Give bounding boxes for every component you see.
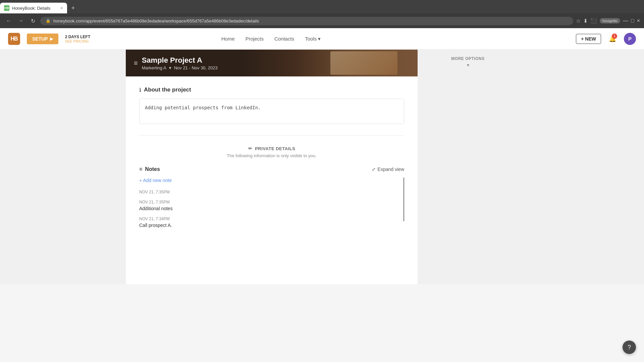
notes-header: ≡ Notes ⤢ Expand view: [139, 166, 404, 172]
note-content-2: Additional notes: [139, 206, 404, 211]
setup-button[interactable]: SETUP ▶: [27, 34, 58, 44]
window-maximize[interactable]: □: [631, 18, 634, 24]
notes-content-wrapper: + Add new note NOV 21, 7:35PM NOV 21, 7:…: [139, 178, 404, 228]
note-timestamp-1: NOV 21, 7:35PM: [139, 190, 404, 194]
main-content: ≡ Sample Project A Markerting A ▾ Nov 21…: [126, 50, 418, 284]
browser-tab-bar: HB HoneyBook: Details × +: [0, 0, 644, 13]
notification-badge: 1: [612, 34, 617, 39]
project-title: Sample Project A: [142, 56, 218, 65]
tab-favicon: HB: [4, 5, 9, 11]
project-info: Sample Project A Markerting A ▾ Nov 21 -…: [142, 56, 218, 70]
laptop-image: [330, 51, 397, 75]
bookmark-icon[interactable]: ☆: [576, 18, 581, 24]
more-options-button[interactable]: MORE OPTIONS ▾: [424, 56, 512, 68]
pencil-icon: ✏: [248, 146, 253, 151]
notifications-button[interactable]: 🔔 1: [606, 33, 619, 45]
project-header-banner: ≡ Sample Project A Markerting A ▾ Nov 21…: [126, 50, 418, 76]
notes-section: ≡ Notes ⤢ Expand view + Add new note NOV…: [139, 166, 404, 228]
project-meta: Markerting A ▾ Nov 21 - Nov 30, 2023: [142, 65, 218, 70]
refresh-button[interactable]: ↻: [28, 16, 38, 25]
info-icon: ℹ: [139, 87, 141, 93]
hamburger-menu-icon[interactable]: ≡: [134, 59, 138, 67]
timeline-line: [404, 178, 404, 221]
section-divider: [139, 135, 404, 136]
user-avatar[interactable]: P: [624, 33, 636, 45]
extensions-icon[interactable]: ⬛: [590, 18, 597, 24]
notes-label: Notes: [145, 166, 160, 172]
back-button[interactable]: ←: [4, 16, 13, 25]
page-wrapper: ≡ Sample Project A Markerting A ▾ Nov 21…: [0, 50, 644, 284]
help-button[interactable]: ?: [623, 341, 636, 354]
category-dropdown-icon[interactable]: ▾: [169, 65, 171, 70]
browser-controls: ← → ↻ 🔒 honeybook.com/app/event/655d767a…: [0, 13, 644, 28]
note-timestamp-2: NOV 21, 7:35PM: [139, 200, 404, 204]
nav-tools[interactable]: Tools ▾: [305, 36, 321, 42]
browser-actions: ☆ ⬇ ⬛ Incognito — □ ×: [576, 18, 640, 24]
notes-icon: ≡: [139, 166, 142, 172]
nav-contacts[interactable]: Contacts: [274, 36, 294, 42]
nav-right: + NEW 🔔 1 P: [576, 33, 636, 45]
note-item: NOV 21, 7:35PM Additional notes: [139, 200, 404, 211]
private-details-title: ✏ PRIVATE DETAILS: [139, 146, 404, 151]
tab-close-button[interactable]: ×: [60, 5, 63, 11]
active-tab[interactable]: HB HoneyBook: Details ×: [0, 3, 67, 13]
see-pricing-link[interactable]: SEE PRICING: [65, 39, 91, 43]
lock-icon: 🔒: [46, 18, 51, 23]
nav-projects[interactable]: Projects: [246, 36, 264, 42]
address-url: honeybook.com/app/event/655d767a5e486b08…: [53, 18, 259, 23]
note-timestamp-3: NOV 21, 7:34PM: [139, 217, 404, 221]
more-options-label: MORE OPTIONS: [424, 56, 512, 61]
new-button[interactable]: + NEW: [576, 34, 601, 44]
help-icon: ?: [628, 344, 631, 351]
sidebar-right: MORE OPTIONS ▾: [418, 50, 518, 284]
note-content-3: Call prospect A.: [139, 223, 404, 228]
setup-arrow-icon: ▶: [50, 37, 53, 41]
expand-label: Expand view: [378, 167, 404, 172]
about-section-header: ℹ About the project: [139, 86, 404, 93]
window-minimize[interactable]: —: [623, 18, 628, 24]
tab-title: HoneyBook: Details: [12, 6, 50, 11]
expand-view-button[interactable]: ⤢ Expand view: [372, 167, 404, 172]
about-textarea[interactable]: Adding potential prospects from LinkedIn…: [139, 99, 404, 124]
add-note-button[interactable]: + Add new note: [139, 178, 172, 183]
days-left-count: 2 DAYS LEFT: [65, 35, 91, 39]
browser-chrome: HB HoneyBook: Details × + ← → ↻ 🔒 honeyb…: [0, 0, 644, 28]
nav-home[interactable]: Home: [221, 36, 235, 42]
setup-label: SETUP: [32, 36, 48, 42]
download-icon[interactable]: ⬇: [583, 18, 588, 24]
private-details-header: ✏ PRIVATE DETAILS The following informat…: [139, 146, 404, 158]
window-close[interactable]: ×: [637, 18, 640, 24]
app-header: HB SETUP ▶ 2 DAYS LEFT SEE PRICING Home …: [0, 28, 644, 50]
project-header-content: ≡ Sample Project A Markerting A ▾ Nov 21…: [134, 56, 218, 70]
main-nav: Home Projects Contacts Tools ▾: [221, 36, 321, 42]
private-details-subtitle: The following information is only visibl…: [139, 153, 404, 158]
private-details-label: PRIVATE DETAILS: [255, 146, 295, 151]
address-bar[interactable]: 🔒 honeybook.com/app/event/655d767a5e486b…: [40, 17, 573, 25]
notes-title: ≡ Notes: [139, 166, 160, 172]
trial-info: 2 DAYS LEFT SEE PRICING: [65, 35, 91, 43]
note-item: NOV 21, 7:34PM Call prospect A.: [139, 217, 404, 228]
new-tab-button[interactable]: +: [68, 3, 78, 13]
project-category: Markerting A: [142, 65, 166, 70]
expand-icon: ⤢: [372, 167, 376, 172]
about-section-title: About the project: [144, 86, 191, 93]
honeybook-logo: HB: [8, 33, 20, 45]
project-dates: Nov 21 - Nov 30, 2023: [174, 65, 218, 70]
forward-button[interactable]: →: [16, 16, 25, 25]
incognito-badge: Incognito: [600, 18, 620, 23]
note-item: NOV 21, 7:35PM: [139, 190, 404, 194]
more-options-arrow-icon: ▾: [424, 62, 512, 68]
